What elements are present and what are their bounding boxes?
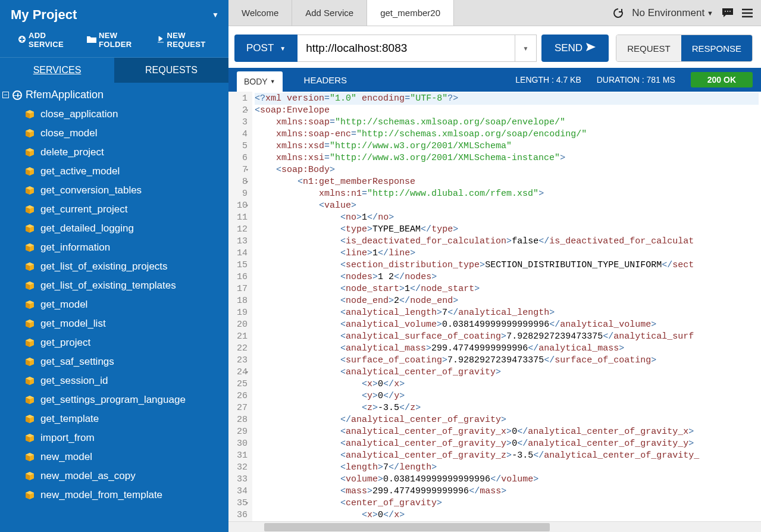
arrow-icon [156, 35, 165, 45]
menu-icon[interactable] [742, 9, 753, 17]
caret-down-icon: ▼ [270, 79, 275, 85]
tree-item[interactable]: get_model_list [0, 314, 228, 333]
globe-icon [12, 90, 22, 100]
plus-circle-icon [18, 35, 26, 45]
caret-down-icon: ▼ [707, 10, 713, 17]
method-label: POST [246, 42, 274, 54]
new-request-label: NEW REQUEST [167, 31, 219, 49]
add-service-button[interactable]: ADD SERVICE [18, 31, 76, 49]
body-tab[interactable]: BODY ▼ [237, 71, 283, 92]
tree-item[interactable]: get_model [0, 295, 228, 314]
tree-item-label: get_conversion_tables [40, 184, 142, 196]
tree-item[interactable]: get_list_of_existing_projects [0, 257, 228, 276]
project-title[interactable]: My Project [11, 7, 77, 23]
tree-item[interactable]: get_conversion_tables [0, 181, 228, 200]
tree-item[interactable]: new_model_as_copy [0, 467, 228, 486]
tree-item-label: get_list_of_existing_templates [40, 280, 176, 292]
operation-icon [25, 452, 35, 462]
tree-item[interactable]: get_template [0, 409, 228, 428]
add-service-label: ADD SERVICE [29, 31, 76, 49]
tree-item-label: get_list_of_existing_projects [40, 261, 168, 273]
operation-icon [25, 167, 35, 176]
operation-icon [25, 243, 35, 252]
tree-item-label: get_active_model [40, 165, 120, 177]
operation-icon [25, 395, 35, 405]
tree-item[interactable]: new_model_from_template [0, 486, 228, 505]
headers-tab[interactable]: HEADERS [298, 71, 353, 89]
url-history-dropdown[interactable]: ▼ [515, 35, 537, 62]
request-response-toggle: REQUEST RESPONSE [616, 35, 753, 62]
horizontal-scrollbar[interactable] [228, 521, 761, 532]
collapse-icon[interactable]: − [2, 92, 9, 98]
tree-item[interactable]: get_settings_program_language [0, 390, 228, 409]
tree-item[interactable]: get_saf_settings [0, 352, 228, 371]
tree-item-label: close_application [40, 108, 118, 120]
request-tab[interactable]: REQUEST [616, 35, 681, 61]
tree-item[interactable]: get_detailed_logging [0, 219, 228, 238]
service-tree[interactable]: − RfemApplication close_applicationclose… [0, 83, 228, 532]
tab-welcome[interactable]: Welcome [228, 0, 292, 26]
tree-root[interactable]: − RfemApplication [0, 85, 228, 105]
scrollbar-thumb[interactable] [264, 523, 550, 531]
tree-item-label: get_model [40, 299, 87, 311]
operation-icon [25, 338, 35, 348]
method-dropdown[interactable]: POST ▼ [234, 35, 297, 62]
svg-point-2 [727, 11, 728, 12]
operation-icon [25, 281, 35, 290]
length-label: LENGTH : 4.7 KB [515, 75, 581, 85]
environment-dropdown[interactable]: No Environment ▼ [632, 7, 713, 19]
tree-item-label: get_session_id [40, 375, 108, 387]
response-tab[interactable]: RESPONSE [681, 35, 752, 61]
tree-item-label: new_model [40, 451, 92, 463]
tree-item-label: get_project [40, 337, 90, 349]
tree-item[interactable]: get_information [0, 238, 228, 257]
tree-item[interactable]: delete_project [0, 143, 228, 162]
operation-icon [25, 186, 35, 195]
tab-requests[interactable]: REQUESTS [114, 58, 228, 83]
tree-item-label: delete_project [40, 146, 104, 158]
operation-icon [25, 224, 35, 233]
tab-services[interactable]: SERVICES [0, 58, 114, 83]
line-gutter: 1234567891011121314151617181920212223242… [228, 92, 252, 521]
refresh-icon[interactable] [613, 8, 624, 18]
send-button[interactable]: SEND [541, 35, 609, 62]
response-header: BODY ▼ HEADERS LENGTH : 4.7 KB DURATION … [228, 68, 761, 92]
tree-item[interactable]: import_from [0, 428, 228, 447]
tree-item[interactable]: get_project [0, 333, 228, 352]
operation-icon [25, 300, 35, 309]
operation-icon [25, 262, 35, 271]
tree-item[interactable]: get_session_id [0, 371, 228, 390]
tree-item[interactable]: get_current_project [0, 200, 228, 219]
main-panel: Welcome Add Service get_member20 No Envi… [228, 0, 761, 532]
tree-item[interactable]: close_application [0, 105, 228, 124]
request-bar: POST ▼ ▼ SEND REQUEST RESPONSE [228, 26, 761, 68]
tree-item[interactable]: new_model [0, 447, 228, 467]
code-editor[interactable]: 1234567891011121314151617181920212223242… [228, 92, 761, 521]
environment-label: No Environment [632, 7, 704, 19]
tree-item[interactable]: close_model [0, 124, 228, 143]
operation-icon [25, 490, 35, 500]
svg-point-1 [725, 11, 726, 12]
tree-item-label: new_model_as_copy [40, 470, 136, 482]
tree-item-label: close_model [40, 127, 97, 139]
send-label: SEND [555, 42, 583, 54]
tree-root-label: RfemApplication [26, 89, 104, 101]
new-request-button[interactable]: NEW REQUEST [156, 31, 219, 49]
tree-item-label: get_settings_program_language [40, 394, 186, 406]
tree-item-label: get_saf_settings [40, 356, 114, 368]
duration-label: DURATION : 781 MS [597, 75, 675, 85]
url-input[interactable] [297, 35, 515, 62]
tab-get-member20[interactable]: get_member20 [367, 0, 454, 26]
tree-item-label: get_template [40, 413, 99, 425]
operation-icon [25, 129, 35, 138]
tree-item[interactable]: get_list_of_existing_templates [0, 276, 228, 295]
tree-item[interactable]: get_active_model [0, 162, 228, 181]
new-folder-button[interactable]: NEW FOLDER [87, 31, 146, 49]
tab-add-service[interactable]: Add Service [292, 0, 367, 26]
tree-item-label: get_model_list [40, 318, 106, 330]
operation-icon [25, 148, 35, 157]
operation-icon [25, 319, 35, 328]
chat-icon[interactable] [722, 8, 734, 18]
project-caret-icon[interactable]: ▼ [212, 11, 219, 19]
code-body[interactable]: <?xml version="1.0" encoding="UTF-8"?><s… [252, 92, 761, 521]
